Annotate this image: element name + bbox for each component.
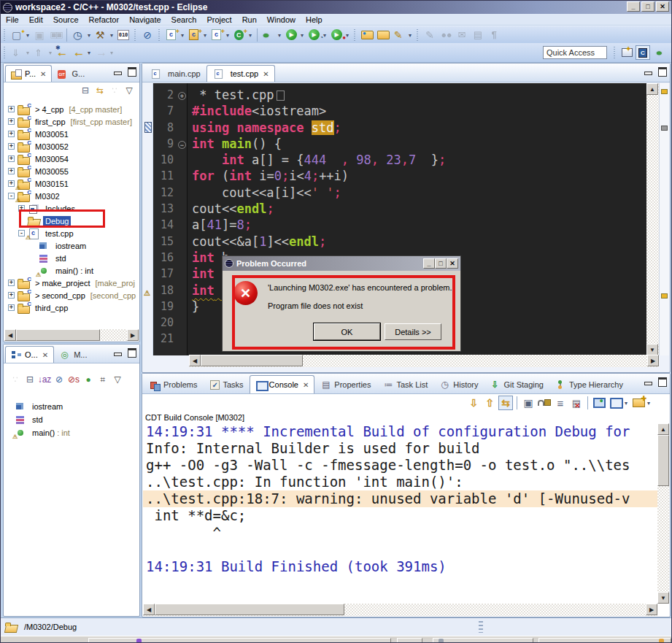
- warning-marker[interactable]: [661, 293, 668, 299]
- code-line-8[interactable]: using namespace std;: [188, 120, 646, 136]
- expand-toggle[interactable]: -: [8, 193, 15, 199]
- scroll-right-button[interactable]: ▶: [127, 329, 139, 341]
- range-marker[interactable]: [661, 126, 668, 131]
- tab-git-repositories[interactable]: G...: [52, 65, 90, 82]
- view-menu-button[interactable]: ▽: [111, 373, 124, 386]
- minimize-view-icon[interactable]: [114, 67, 122, 77]
- expand-toggle[interactable]: +: [8, 143, 15, 150]
- sort-button[interactable]: ↓az: [38, 373, 51, 386]
- code-line-12[interactable]: cout<<a[i]<<' ';: [188, 185, 646, 201]
- dialog-maximize-button[interactable]: □: [435, 258, 447, 269]
- expand-toggle[interactable]: +: [8, 180, 15, 187]
- debug-button[interactable]: [261, 28, 282, 42]
- mark-occurrences-button[interactable]: [392, 28, 413, 42]
- close-icon[interactable]: ✕: [40, 70, 46, 78]
- tree-item-m030054[interactable]: +CM030054: [8, 153, 139, 165]
- fold-cell[interactable]: +: [177, 87, 187, 103]
- tree-item--make-project[interactable]: +C> make_project[make_proj: [8, 277, 139, 289]
- binary-console-button[interactable]: [116, 28, 131, 42]
- code-line-9[interactable]: int main() {: [188, 136, 646, 152]
- fold-expand-icon[interactable]: +: [178, 92, 186, 100]
- run-external-button[interactable]: ◔: [306, 28, 328, 42]
- expand-toggle[interactable]: +: [8, 106, 15, 112]
- maximize-view-icon[interactable]: [658, 67, 667, 77]
- horizontal-scrollbar[interactable]: ◀ ▶: [4, 329, 139, 341]
- collapse-all-button[interactable]: ⊟: [79, 84, 92, 97]
- tree-item-main-int[interactable]: ⚠main() : int: [8, 264, 139, 277]
- clear-console-button[interactable]: ✕: [569, 396, 584, 410]
- build-button[interactable]: [93, 28, 115, 42]
- scroll-left-button[interactable]: ◀: [189, 355, 201, 366]
- maximize-view-icon[interactable]: [128, 348, 136, 358]
- code-line-13[interactable]: cout<<endl;: [188, 201, 646, 217]
- quick-access-input[interactable]: Quick Access: [543, 46, 607, 59]
- ok-button[interactable]: OK: [314, 323, 380, 340]
- hide-non-public-button[interactable]: ●: [82, 373, 95, 386]
- code-line-11[interactable]: for (int i=0;i<4;++i): [188, 168, 646, 184]
- dialog-close-button[interactable]: ✕: [447, 258, 458, 269]
- close-icon[interactable]: ✕: [303, 381, 309, 389]
- open-perspective-button[interactable]: ✦: [619, 45, 634, 60]
- outline-item-main-[interactable]: ⚠main() : int: [15, 426, 139, 439]
- taskbar-button[interactable]: [88, 638, 391, 643]
- editor-tab-test-cpp[interactable]: test.cpp✕: [206, 65, 275, 82]
- details-button[interactable]: Details >>: [385, 323, 441, 340]
- tab-make-targets[interactable]: M...: [54, 346, 93, 363]
- tree-item-m030052[interactable]: +CM030052: [8, 140, 139, 153]
- menu-navigate[interactable]: Navigate: [124, 15, 166, 25]
- expand-toggle[interactable]: +: [8, 131, 15, 137]
- new-c-source-folder-button[interactable]: +: [187, 28, 208, 42]
- link-with-editor-button[interactable]: ⇆: [93, 84, 107, 97]
- tab-tasks[interactable]: Tasks: [203, 375, 249, 393]
- tree-item-test-cpp[interactable]: -⚠test.cpp: [8, 227, 139, 239]
- editor-tab-main-cpp[interactable]: main.cpp: [144, 65, 206, 82]
- fold-collapse-icon[interactable]: −: [178, 141, 186, 149]
- taskbar-button[interactable]: [538, 638, 671, 643]
- word-wrap-button[interactable]: [553, 396, 568, 410]
- hide-inactive-button[interactable]: ⌗: [96, 373, 109, 386]
- hide-static-button[interactable]: ⊘s: [67, 373, 80, 386]
- tree-item-third-cpp[interactable]: +Cthird_cpp: [8, 301, 139, 314]
- expand-toggle[interactable]: +: [8, 280, 15, 286]
- tab-problems[interactable]: Problems: [144, 375, 203, 393]
- scroll-right-button[interactable]: ▶: [646, 604, 657, 615]
- collapse-all-button[interactable]: ⊟: [23, 373, 36, 386]
- dialog-minimize-button[interactable]: _: [423, 258, 435, 269]
- tree-item-m0302[interactable]: -C⚠M0302: [8, 190, 139, 202]
- scroll-left-button[interactable]: ◀: [143, 604, 155, 615]
- scrollbar-thumb[interactable]: [16, 329, 100, 341]
- expand-toggle[interactable]: +: [8, 292, 15, 299]
- editor-vertical-scrollbar[interactable]: ▲ ▼: [646, 83, 659, 355]
- tree-item-includes[interactable]: +Includes: [8, 202, 139, 215]
- tab-git-staging[interactable]: Git Staging: [484, 375, 549, 393]
- tree-item-m030051[interactable]: +CM030051: [8, 128, 139, 140]
- new-c-source-file-button[interactable]: +: [164, 28, 185, 42]
- tab-history[interactable]: History: [433, 375, 484, 393]
- minimize-view-icon[interactable]: [114, 348, 122, 358]
- tab-project-explorer[interactable]: P... ✕: [5, 65, 52, 82]
- tree-item-m030151[interactable]: +C⚠M030151: [8, 177, 139, 190]
- menu-run[interactable]: Run: [237, 15, 262, 25]
- show-error-in-editor-button[interactable]: [498, 396, 513, 410]
- hide-fields-button[interactable]: ⊘: [53, 373, 66, 386]
- new-wizard-button[interactable]: ✦: [9, 28, 31, 42]
- code-line-10[interactable]: int a[] = {444 , 98, 23,7 };: [188, 152, 646, 168]
- menu-project[interactable]: Project: [201, 15, 236, 25]
- scrollbar-thumb[interactable]: [201, 355, 303, 366]
- scroll-down-button[interactable]: ▼: [646, 344, 658, 355]
- next-error-button[interactable]: [466, 396, 481, 410]
- run-button[interactable]: [284, 28, 305, 42]
- menu-file[interactable]: File: [1, 15, 24, 25]
- export-button[interactable]: [376, 28, 390, 42]
- expand-toggle[interactable]: +: [8, 168, 15, 174]
- debug-perspective-button[interactable]: [652, 45, 666, 60]
- tree-item--second-cpp[interactable]: +C> second_cpp[second_cpp: [8, 289, 139, 301]
- scroll-lock-button[interactable]: [537, 396, 552, 410]
- window-close-button[interactable]: ✕: [656, 1, 669, 12]
- close-icon[interactable]: ✕: [42, 351, 48, 359]
- run-coverage-button[interactable]: ●: [329, 28, 350, 42]
- scroll-right-button[interactable]: ▶: [647, 355, 659, 366]
- scroll-down-button[interactable]: ▼: [657, 592, 669, 604]
- code-line-15[interactable]: cout<<&a[1]<<endl;: [188, 234, 646, 250]
- c-cpp-perspective-button[interactable]: [636, 45, 650, 60]
